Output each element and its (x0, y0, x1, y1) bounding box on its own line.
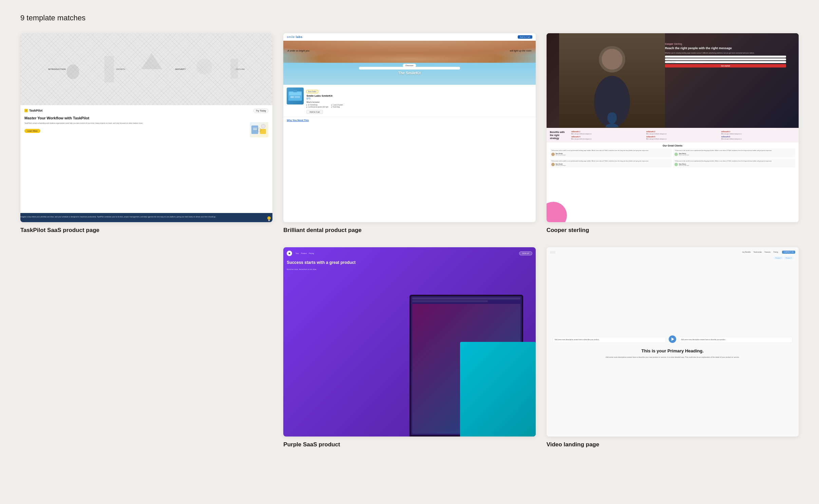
cs-email-field[interactable]: Email (665, 58, 786, 60)
purple-screen-row-2 (412, 300, 488, 302)
template-card-smile[interactable]: smile labs Add to Cart A smile so bright… (283, 33, 535, 234)
purple-body-text: Morbi leo tortor, fermentum et orci vita… (287, 268, 532, 270)
cs-name-field[interactable]: Name (665, 56, 786, 58)
cs-submit-btn[interactable]: Get started (665, 64, 786, 67)
template-grid: inTRODUCTION GROWTH MATURITY DECLINE (20, 33, 799, 448)
cs-person (559, 33, 665, 128)
page-title: 9 template matches (20, 14, 799, 22)
purple-signup-btn[interactable]: SIGN UP (519, 251, 532, 255)
cs-person-svg (559, 33, 665, 128)
svg-point-3 (196, 59, 212, 74)
svg-point-18 (594, 76, 630, 128)
cs-brand-text: Cooper (665, 43, 673, 45)
cs-brand: Cooper Sterling (665, 43, 786, 45)
cs-subtext: Whether you're creating landing page cre… (665, 52, 786, 55)
sl-discover-btn[interactable]: Discover (403, 64, 416, 67)
sl-tagline-right: will light up the room (510, 50, 532, 52)
svg-point-0 (66, 64, 79, 79)
page-header: 9 template matches (20, 14, 799, 22)
template-thumbnail-cooper[interactable]: Cooper Sterling Reach the right people w… (547, 33, 799, 222)
template-thumbnail-taskpilot[interactable]: inTRODUCTION GROWTH MATURITY DECLINE (20, 33, 272, 222)
template-label-cooper: Cooper sterling (547, 227, 799, 234)
iso-svg (20, 33, 272, 105)
tp-small-svg (250, 122, 268, 137)
svg-rect-1 (104, 56, 114, 82)
cs-headline: Reach the right people with the right me… (665, 46, 786, 51)
tp-illustration-small (250, 122, 268, 137)
template-label-purple: Purple SaaS product (283, 441, 535, 448)
template-thumbnail-purple[interactable]: ◉ Tour Product Pricing SIGN UP Success s… (283, 247, 535, 436)
sl-hero: A smile so bright you will light up the … (283, 41, 535, 85)
tp-hero-illustration: inTRODUCTION GROWTH MATURITY DECLINE (20, 33, 272, 105)
svg-marker-2 (141, 53, 162, 69)
template-thumbnail-smile[interactable]: smile labs Add to Cart A smile so bright… (283, 33, 535, 222)
purple-nav: ◉ Tour Product Pricing SIGN UP (287, 251, 532, 256)
purple-nav-links: Tour Product Pricing (296, 252, 314, 254)
hover-overlay-video (547, 247, 799, 436)
purple-logo-icon: ◉ (287, 251, 292, 256)
cs-phone-field[interactable]: Phone Number (665, 61, 786, 63)
template-card-cooper[interactable]: Cooper Sterling Reach the right people w… (547, 33, 799, 234)
purple-headline: Success starts with a great product (287, 260, 434, 266)
svg-rect-6 (260, 129, 266, 134)
template-thumbnail-video[interactable]: key Benefits Testimonials Features Prici… (547, 247, 799, 436)
template-label-video: Video landing page (547, 441, 799, 448)
template-label-smile: Brilliant dental product page (283, 227, 535, 234)
purple-nav-tour[interactable]: Tour (296, 252, 299, 254)
purple-screen-row-1 (412, 297, 520, 299)
purple-cyan-bar (460, 342, 536, 437)
cs-header: Cooper Sterling Reach the right people w… (547, 33, 799, 128)
svg-rect-4 (230, 59, 238, 79)
purple-nav-product[interactable]: Product (301, 252, 307, 254)
sl-smile-visual (283, 41, 535, 85)
tp-hero: inTRODUCTION GROWTH MATURITY DECLINE (20, 33, 272, 105)
sl-tagline-left: A smile so bright you (287, 50, 309, 52)
purple-preview: ◉ Tour Product Pricing SIGN UP Success s… (283, 247, 535, 436)
purple-logo: ◉ (287, 251, 292, 256)
cs-form: Name Email Phone Number Get started (665, 56, 786, 67)
template-card-purple[interactable]: ◉ Tour Product Pricing SIGN UP Success s… (283, 247, 535, 448)
template-card-taskpilot[interactable]: inTRODUCTION GROWTH MATURITY DECLINE (20, 33, 272, 234)
purple-nav-pricing[interactable]: Pricing (309, 252, 314, 254)
template-label-taskpilot: TaskPilot SaaS product page (20, 227, 272, 234)
sl-tagline: A smile so bright you will light up the … (283, 50, 535, 52)
sl-kit-name: The SmileKit (398, 71, 421, 75)
svg-point-7 (261, 124, 265, 128)
svg-point-19 (602, 49, 622, 70)
template-card-video[interactable]: key Benefits Testimonials Features Prici… (547, 247, 799, 448)
cs-content: Cooper Sterling Reach the right people w… (665, 43, 786, 67)
